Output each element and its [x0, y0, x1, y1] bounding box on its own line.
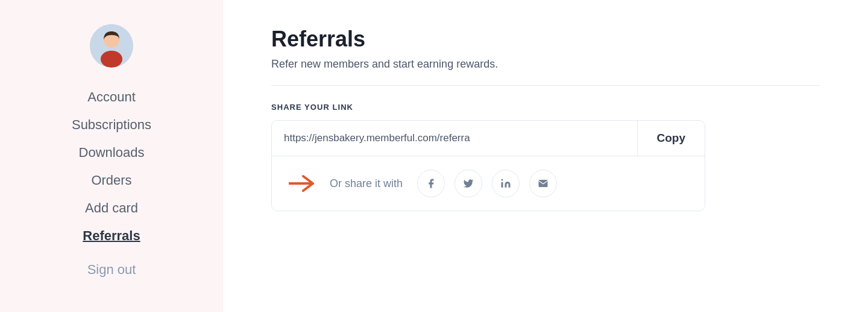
sidebar-item-add-card[interactable]: Add card	[12, 196, 211, 221]
sidebar-item-account[interactable]: Account	[12, 84, 211, 110]
arrow-right-icon	[289, 174, 318, 193]
sidebar: Account Subscriptions Downloads Orders A…	[0, 0, 223, 312]
referral-url-input[interactable]	[272, 121, 637, 156]
sidebar-nav: Account Subscriptions Downloads Orders A…	[12, 84, 211, 282]
share-text: Or share it with	[330, 177, 403, 190]
sidebar-item-signout[interactable]: Sign out	[12, 257, 211, 282]
sidebar-item-subscriptions[interactable]: Subscriptions	[12, 112, 211, 138]
email-share-button[interactable]	[529, 170, 557, 197]
page-title: Referrals	[271, 27, 820, 52]
link-row: Copy	[272, 121, 705, 156]
twitter-share-button[interactable]	[454, 170, 482, 197]
share-row: Or share it with	[272, 156, 705, 211]
linkedin-share-button[interactable]	[492, 170, 520, 197]
svg-point-2	[101, 51, 122, 68]
avatar	[90, 24, 133, 68]
divider	[271, 85, 820, 86]
section-label: SHARE YOUR LINK	[271, 103, 820, 112]
svg-point-4	[502, 179, 503, 181]
sidebar-item-referrals[interactable]: Referrals	[12, 223, 211, 249]
sidebar-item-orders[interactable]: Orders	[12, 168, 211, 193]
share-card: Copy Or share it with	[271, 120, 705, 211]
page-subtitle: Refer new members and start earning rewa…	[271, 58, 820, 71]
sidebar-item-downloads[interactable]: Downloads	[12, 140, 211, 165]
copy-button[interactable]: Copy	[637, 121, 705, 156]
facebook-share-button[interactable]	[417, 170, 445, 197]
main-content: Referrals Refer new members and start ea…	[223, 0, 868, 312]
